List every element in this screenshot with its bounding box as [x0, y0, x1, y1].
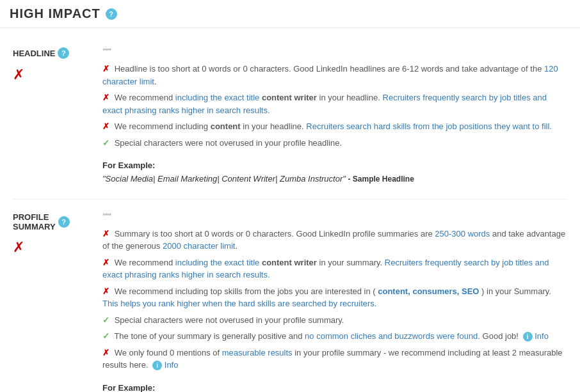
summary-example: For Example: " ... coordinator and conte… — [102, 383, 567, 392]
info-icon-2[interactable]: i — [152, 361, 162, 370]
summary-feedback-3: ✗ We recommend including top skills from… — [102, 285, 567, 310]
summary-current-value: """ — [102, 212, 567, 221]
check-icon-2: ✓ — [102, 315, 109, 325]
measurable-link[interactable]: measurable results — [222, 348, 293, 357]
headline-sample-label: - Sample Headline — [348, 175, 414, 184]
rank-link[interactable]: This helps you rank higher when the hard… — [102, 299, 377, 308]
headline-feedback-1: ✗ Headline is too short at 0 words or 0 … — [102, 63, 567, 88]
including-link-1[interactable]: including the exact title — [175, 93, 260, 102]
recruiters-link-1[interactable]: Recruiters frequently search by job titl… — [102, 93, 547, 115]
headline-feedback-3: ✗ We recommend including content in your… — [102, 120, 567, 133]
headline-status-icon: ✗ — [13, 67, 24, 83]
x-icon-1: ✗ — [102, 64, 109, 74]
recruiters-link-2[interactable]: Recruiters search hard skills from the j… — [306, 122, 552, 131]
header-help-icon[interactable]: ? — [106, 8, 117, 20]
summary-example-label: For Example: — [102, 383, 567, 392]
summary-feedback-5: ✓ The tone of your summary is generally … — [102, 330, 567, 343]
headline-content: """ ✗ Headline is too short at 0 words o… — [90, 47, 567, 186]
summary-label-area: PROFILESUMMARY ? ✗ — [13, 212, 90, 392]
summary-feedback-4: ✓ Special characters were not overused i… — [102, 314, 567, 327]
summary-feedback-1: ✗ Summary is too short at 0 words or 0 c… — [102, 228, 567, 253]
headline-feedback-2: ✗ We recommend including the exact title… — [102, 91, 567, 116]
headline-help-icon[interactable]: ? — [58, 47, 69, 59]
x-icon-2: ✗ — [102, 93, 109, 102]
headline-section: HEADLINE ? ✗ """ ✗ Headline is too short… — [13, 35, 567, 200]
char-limit-link[interactable]: 120 character limit — [102, 64, 558, 86]
headline-example: For Example: "Social Media| Email Market… — [102, 161, 567, 186]
summary-feedback-6: ✗ We only found 0 mentions of measurable… — [102, 347, 567, 372]
info-link-2[interactable]: Info — [165, 360, 179, 370]
summary-feedback-2: ✗ We recommend including the exact title… — [102, 256, 567, 281]
x-icon-3: ✗ — [102, 122, 109, 131]
info-icon-1[interactable]: i — [523, 332, 533, 341]
info-link-1[interactable]: Info — [535, 331, 549, 341]
summary-content: """ ✗ Summary is too short at 0 words or… — [90, 212, 567, 392]
word-count-link[interactable]: 250-300 words — [435, 229, 490, 239]
x-icon-4: ✗ — [102, 229, 109, 239]
skills-link[interactable]: content, consumers, SEO — [378, 286, 479, 296]
summary-label: PROFILESUMMARY ? — [13, 212, 70, 231]
page-title: HIGH IMPACT — [10, 6, 101, 21]
recruiters-link-3[interactable]: Recruiters frequently search by job titl… — [102, 258, 549, 280]
header-bar: HIGH IMPACT ? — [0, 0, 580, 28]
x-icon-5: ✗ — [102, 258, 109, 267]
check-icon-3: ✓ — [102, 331, 109, 341]
headline-feedback-4: ✓ Special characters were not overused i… — [102, 137, 567, 150]
summary-help-icon[interactable]: ? — [58, 216, 70, 228]
x-icon-6: ✗ — [102, 286, 109, 296]
cliches-link[interactable]: no common cliches and buzzwords were fou… — [305, 331, 478, 341]
headline-label-area: HEADLINE ? ✗ — [13, 47, 90, 186]
headline-current-value: """ — [102, 47, 567, 56]
x-icon-7: ✗ — [102, 348, 109, 357]
profile-summary-section: PROFILESUMMARY ? ✗ """ ✗ Summary is too … — [13, 200, 567, 392]
including-link-2[interactable]: including the exact title — [175, 258, 260, 267]
summary-status-icon: ✗ — [13, 239, 24, 256]
headline-example-label: For Example: — [102, 161, 567, 170]
headline-label: HEADLINE ? — [13, 47, 69, 59]
page-container: HIGH IMPACT ? HEADLINE ? ✗ """ ✗ Headlin… — [0, 0, 580, 392]
content-area: HEADLINE ? ✗ """ ✗ Headline is too short… — [0, 28, 580, 392]
check-icon-1: ✓ — [102, 138, 109, 148]
char-limit-link-2[interactable]: 2000 character limit — [163, 241, 235, 251]
headline-example-text: "Social Media| Email Marketing| Content … — [102, 173, 567, 186]
